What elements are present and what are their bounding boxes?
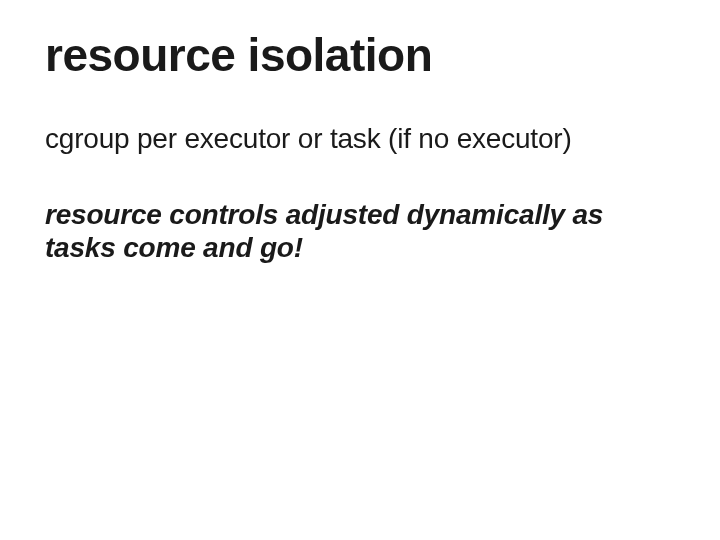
slide-title: resource isolation — [45, 30, 675, 81]
slide-body-line-1: cgroup per executor or task (if no execu… — [45, 121, 675, 156]
slide-body-line-2: resource controls adjusted dynamically a… — [45, 198, 675, 265]
